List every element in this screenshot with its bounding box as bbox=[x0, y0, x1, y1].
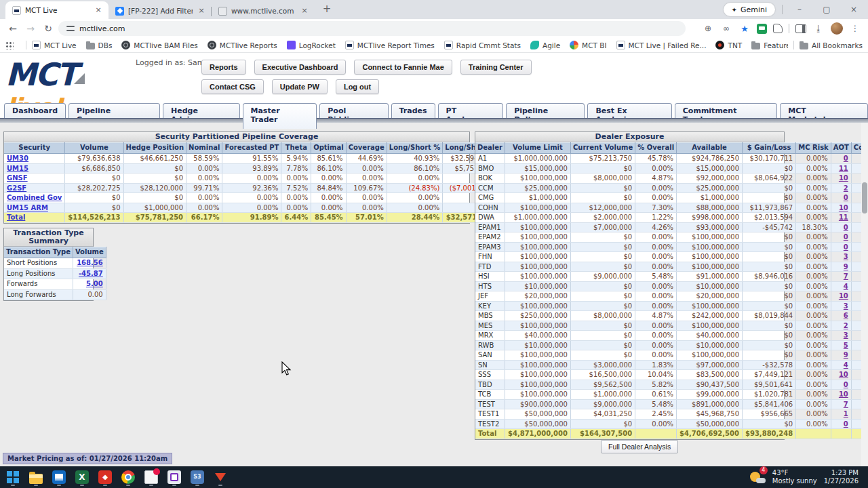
aot-link[interactable]: 10 bbox=[839, 292, 848, 300]
volume-link[interactable]: 5.00 bbox=[86, 280, 103, 287]
aot-link[interactable]: 1 bbox=[844, 410, 848, 418]
aot-link[interactable]: 0 bbox=[844, 233, 848, 241]
security-link[interactable]: G2SF bbox=[7, 184, 26, 192]
aot-link[interactable]: 0 bbox=[844, 224, 848, 231]
close-icon[interactable]: × bbox=[94, 5, 103, 15]
security-total-link[interactable]: Total bbox=[7, 214, 25, 221]
tab-master-trader[interactable]: Master Trader bbox=[243, 103, 317, 129]
volume-link[interactable]: -45.87 bbox=[79, 270, 103, 277]
side-panel-icon[interactable] bbox=[795, 24, 806, 33]
profile-avatar[interactable] bbox=[831, 22, 843, 35]
aot-link[interactable]: 2 bbox=[844, 184, 848, 192]
bookmark-item[interactable]: MCTlive Reports bbox=[208, 41, 277, 49]
bookmark-item[interactable]: MCTlive BAM Files bbox=[121, 41, 197, 49]
gemini-button[interactable]: ✦ Gemini bbox=[724, 3, 775, 16]
tune-icon[interactable] bbox=[66, 25, 75, 32]
close-window-button[interactable]: × bbox=[844, 5, 864, 14]
aot-link[interactable]: 6 bbox=[844, 312, 848, 319]
bookmark-item[interactable]: MCT Live bbox=[32, 41, 77, 49]
reload-icon[interactable]: ↻ bbox=[41, 23, 56, 34]
aot-link[interactable]: 9 bbox=[844, 351, 848, 359]
bookmark-item[interactable]: Feature Branches bbox=[751, 41, 788, 49]
scrollbar-thumb[interactable] bbox=[862, 182, 867, 214]
aot-link[interactable]: 0 bbox=[844, 381, 848, 388]
security-link[interactable]: Combined Gov bbox=[7, 194, 62, 201]
s3-taskbar-button[interactable] bbox=[189, 468, 206, 487]
bookmark-item[interactable]: Rapid Cmmt Stats bbox=[444, 41, 521, 49]
update-pw-button[interactable]: Update PW bbox=[272, 79, 328, 94]
weather-icon[interactable]: 4 bbox=[749, 469, 766, 485]
aot-link[interactable]: 2 bbox=[844, 322, 848, 329]
browser-tab-fp-222-add-filter-tr[interactable]: [FP-222] Add Filter - Trade Blot× bbox=[108, 3, 212, 19]
close-icon[interactable]: × bbox=[197, 6, 206, 16]
log-out-button[interactable]: Log out bbox=[336, 79, 379, 94]
aot-link[interactable]: 10 bbox=[839, 174, 848, 182]
bookmark-star-icon[interactable]: ★ bbox=[738, 24, 751, 34]
aot-link[interactable]: 0 bbox=[844, 243, 848, 251]
extension-icon[interactable] bbox=[757, 24, 767, 34]
forward-icon[interactable]: → bbox=[23, 23, 38, 34]
start-taskbar-button[interactable] bbox=[4, 468, 22, 487]
aot-link[interactable]: 5 bbox=[844, 342, 848, 349]
maximize-button[interactable]: ▢ bbox=[816, 5, 837, 14]
aot-link[interactable]: 3 bbox=[844, 253, 848, 260]
aot-link[interactable]: 4 bbox=[844, 283, 848, 290]
aot-link[interactable]: 0 bbox=[844, 420, 848, 428]
security-link[interactable]: UM15 ARM bbox=[7, 204, 48, 211]
file-explorer-taskbar-button[interactable] bbox=[27, 468, 45, 487]
aot-link[interactable]: 10 bbox=[839, 204, 848, 211]
aot-link[interactable]: 11 bbox=[839, 214, 848, 221]
security-link[interactable]: GNSF bbox=[7, 174, 28, 182]
address-bar[interactable]: mctlive.com bbox=[58, 21, 686, 36]
aot-link[interactable]: 7 bbox=[844, 272, 848, 280]
red-diamond-app-taskbar-button[interactable] bbox=[96, 468, 114, 487]
bookmark-item[interactable]: MCT BI bbox=[570, 41, 606, 49]
excel-taskbar-button[interactable] bbox=[73, 468, 91, 487]
close-icon[interactable]: × bbox=[300, 6, 309, 16]
aot-link[interactable]: 0 bbox=[844, 194, 848, 201]
bookmark-item[interactable]: Agile bbox=[530, 41, 560, 49]
security-link[interactable]: UM15 bbox=[7, 165, 28, 172]
executive-dashboard-button[interactable]: Executive Dashboard bbox=[254, 60, 347, 75]
extensions-icon[interactable] bbox=[773, 24, 783, 33]
gitlab-taskbar-button[interactable] bbox=[212, 468, 229, 487]
bookmark-item[interactable]: LogRocket bbox=[287, 41, 336, 49]
aot-link[interactable]: 0 bbox=[844, 155, 848, 162]
download-icon[interactable]: ⭳ bbox=[812, 24, 825, 33]
clock[interactable]: 1:23 PM 1/27/2026 bbox=[824, 469, 859, 485]
aot-link[interactable]: 7 bbox=[844, 401, 848, 408]
aot-link[interactable]: 10 bbox=[839, 371, 848, 378]
bookmark-item[interactable]: TNT bbox=[715, 41, 742, 49]
zoom-icon[interactable]: ⊕ bbox=[702, 24, 714, 33]
aot-link[interactable]: 3 bbox=[844, 302, 848, 310]
aot-link[interactable]: 4 bbox=[844, 361, 848, 369]
password-manager-icon[interactable]: ∞ bbox=[720, 24, 732, 33]
menu-kebab-icon[interactable]: ⋮ bbox=[849, 24, 861, 33]
bookmark-item[interactable]: DBs bbox=[86, 41, 113, 49]
contact-csg-button[interactable]: Contact CSG bbox=[201, 79, 264, 94]
all-bookmarks-button[interactable]: All Bookmarks bbox=[800, 41, 863, 49]
volume-link[interactable]: 168.56 bbox=[77, 259, 103, 266]
aot-link[interactable]: 9 bbox=[844, 263, 848, 270]
full-dealer-analysis-button[interactable]: Full Dealer Analysis bbox=[601, 440, 678, 453]
minimize-button[interactable]: – bbox=[789, 5, 810, 14]
aot-link[interactable]: 3 bbox=[844, 331, 848, 339]
connect-to-fannie-mae-button[interactable]: Connect to Fannie Mae bbox=[354, 60, 452, 75]
snipping-taskbar-button[interactable] bbox=[165, 468, 183, 487]
browser-tab-www-mctlive-com-127-[interactable]: www.mctlive.com / 127.0.0.1 /× bbox=[212, 3, 315, 19]
browser-tab-mct-live[interactable]: MCT Live× bbox=[5, 1, 108, 19]
back-icon[interactable]: ← bbox=[5, 23, 20, 34]
security-link[interactable]: UM30 bbox=[7, 155, 28, 162]
reports-button[interactable]: Reports bbox=[201, 60, 246, 75]
training-center-button[interactable]: Training Center bbox=[460, 60, 532, 75]
bookmark-item[interactable]: MCTlive Report Times bbox=[345, 41, 435, 49]
aot-link[interactable]: 10 bbox=[839, 390, 848, 398]
chrome-taskbar-button[interactable] bbox=[119, 468, 137, 487]
page-scrollbar[interactable] bbox=[861, 123, 868, 466]
new-tab-button[interactable]: + bbox=[319, 1, 335, 18]
weather-text[interactable]: 43°F Mostly sunny bbox=[772, 469, 817, 485]
bookmark-item[interactable]: MCT Live | Failed Re... bbox=[616, 41, 707, 49]
aot-link[interactable]: 11 bbox=[839, 165, 848, 172]
notes-taskbar-button[interactable] bbox=[142, 468, 160, 487]
apps-grid-icon[interactable] bbox=[5, 41, 14, 49]
